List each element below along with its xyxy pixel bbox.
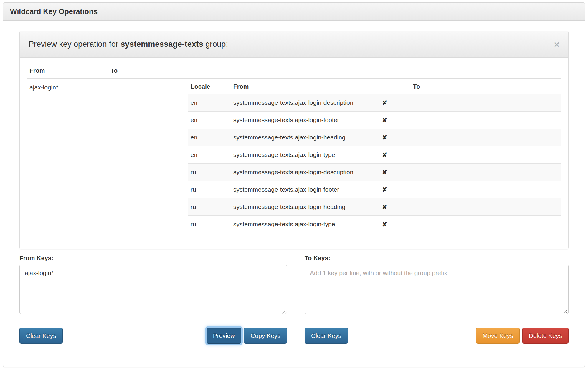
keys-from-header: From (231, 79, 380, 94)
key-locale: ru (188, 164, 231, 181)
key-to (411, 112, 561, 129)
key-from: systemmessage-texts.ajax-login-footer (231, 112, 380, 129)
preview-group-name: systemmessage-texts (120, 40, 203, 49)
copy-keys-button[interactable]: Copy Keys (244, 328, 287, 344)
key-from: systemmessage-texts.ajax-login-heading (231, 129, 380, 146)
move-keys-button[interactable]: Move Keys (476, 328, 520, 344)
wildcard-from-value: ajax-login* (27, 79, 108, 233)
preview-title-prefix: Preview key operation for (29, 40, 120, 49)
delete-x-icon: ✘ (382, 134, 387, 141)
matched-keys-table: Locale From To en (188, 79, 561, 233)
keys-locale-header: Locale (188, 79, 231, 94)
to-keys-textarea[interactable] (305, 265, 569, 314)
key-to (411, 216, 561, 233)
preview-heading: Preview key operation for systemmessage-… (20, 31, 568, 58)
clear-to-keys-button[interactable]: Clear Keys (305, 328, 348, 344)
wildcard-table: From To ajax-login* (27, 63, 561, 233)
wildcard-to-value (108, 79, 188, 233)
key-to (411, 129, 561, 146)
key-from: systemmessage-texts.ajax-login-descripti… (231, 164, 380, 181)
wildcard-key-operations-panel: Wildcard Key Operations Preview key oper… (3, 2, 585, 367)
close-icon[interactable]: × (554, 40, 559, 49)
key-locale: en (188, 146, 231, 164)
preview-panel: Preview key operation for systemmessage-… (19, 31, 569, 249)
panel-heading: Wildcard Key Operations (3, 3, 585, 21)
delete-x-icon: ✘ (382, 152, 387, 158)
key-row: ru systemmessage-texts.ajax-login-type ✘ (188, 216, 561, 233)
key-to (411, 198, 561, 216)
key-locale: ru (188, 198, 231, 216)
delete-x-icon: ✘ (382, 204, 387, 210)
key-to (411, 181, 561, 198)
key-row: en systemmessage-texts.ajax-login-footer… (188, 112, 561, 129)
to-keys-label: To Keys: (305, 255, 569, 262)
panel-body: Preview key operation for systemmessage-… (3, 21, 585, 249)
preview-button[interactable]: Preview (207, 328, 242, 344)
key-to (411, 94, 561, 112)
key-to (411, 146, 561, 164)
key-from: systemmessage-texts.ajax-login-type (231, 216, 380, 233)
resize-handle-icon[interactable] (564, 310, 567, 314)
keys-input-section: From Keys: ajax-login* Clear Keys Previe… (3, 249, 585, 344)
from-keys-label: From Keys: (19, 255, 287, 262)
preview-body: From To ajax-login* (20, 58, 568, 249)
page-title: Wildcard Key Operations (10, 7, 98, 16)
wildcard-to-header: To (108, 63, 188, 79)
delete-x-icon: ✘ (382, 221, 387, 227)
wildcard-detail-header (188, 63, 561, 79)
delete-x-icon: ✘ (382, 99, 387, 106)
keys-to-header: To (411, 79, 561, 94)
key-row: ru systemmessage-texts.ajax-login-descri… (188, 164, 561, 181)
key-locale: ru (188, 216, 231, 233)
key-to (411, 164, 561, 181)
wildcard-row: ajax-login* Locale From (27, 79, 561, 233)
key-row: en systemmessage-texts.ajax-login-headin… (188, 129, 561, 146)
clear-from-keys-button[interactable]: Clear Keys (19, 328, 63, 344)
key-row: en systemmessage-texts.ajax-login-descri… (188, 94, 561, 112)
key-row: ru systemmessage-texts.ajax-login-headin… (188, 198, 561, 216)
keys-status-header (380, 79, 411, 94)
key-locale: en (188, 94, 231, 112)
resize-handle-icon[interactable] (282, 310, 286, 314)
to-keys-column: To Keys: Clear Keys Move Keys Delete Key… (305, 255, 569, 344)
from-keys-column: From Keys: ajax-login* Clear Keys Previe… (19, 255, 287, 344)
key-row: en systemmessage-texts.ajax-login-type ✘ (188, 146, 561, 164)
from-keys-textarea[interactable]: ajax-login* (19, 265, 287, 314)
delete-x-icon: ✘ (382, 169, 387, 175)
wildcard-from-header: From (27, 63, 108, 79)
delete-keys-button[interactable]: Delete Keys (522, 328, 569, 344)
key-locale: en (188, 112, 231, 129)
preview-title-suffix: group: (203, 40, 228, 49)
key-locale: ru (188, 181, 231, 198)
key-from: systemmessage-texts.ajax-login-footer (231, 181, 380, 198)
wildcard-detail-cell: Locale From To en (188, 79, 561, 233)
key-from: systemmessage-texts.ajax-login-heading (231, 198, 380, 216)
key-from: systemmessage-texts.ajax-login-type (231, 146, 380, 164)
delete-x-icon: ✘ (382, 117, 387, 123)
key-from: systemmessage-texts.ajax-login-descripti… (231, 94, 380, 112)
delete-x-icon: ✘ (382, 186, 387, 193)
key-row: ru systemmessage-texts.ajax-login-footer… (188, 181, 561, 198)
key-locale: en (188, 129, 231, 146)
